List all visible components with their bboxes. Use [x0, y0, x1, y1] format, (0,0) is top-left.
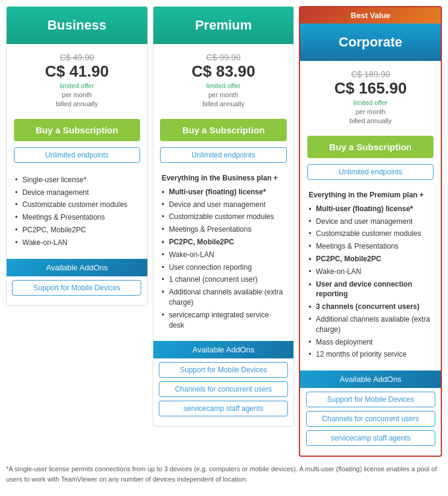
feature-item: Additional channels available (extra cha…	[309, 313, 432, 336]
plan-title-business: Business	[13, 17, 141, 33]
feature-item: Customizable customer modules	[162, 211, 286, 223]
features-section-business: Single-user license*Device managementCus…	[7, 169, 147, 253]
billing-info-premium: per monthbilled annually	[159, 91, 288, 109]
plan-pricing-business: C$ 49.90 C$ 41.90 limited offer per mont…	[7, 44, 147, 113]
plan-header-premium: Premium	[153, 7, 294, 44]
plan-card-premium: Premium C$ 99.90 C$ 83.90 limited offer …	[153, 6, 295, 427]
original-price-corporate: C$ 189.90	[306, 69, 435, 79]
feature-item: PC2PC, Mobile2PC	[15, 224, 139, 237]
best-value-banner: Best Value	[300, 7, 441, 24]
feature-item: Meetings & Presentations	[309, 240, 432, 253]
feature-item: Device and user management	[162, 199, 286, 211]
addon-button-premium-2[interactable]: servicecamp staff agents	[159, 401, 288, 416]
footnote: *A single-user license permits connectio…	[6, 464, 442, 484]
endpoints-button-business[interactable]: Unlimited endpoints	[14, 147, 140, 163]
feature-item: Customizable customer modules	[309, 227, 432, 240]
plan-title-premium: Premium	[159, 17, 288, 33]
original-price-business: C$ 49.90	[13, 52, 141, 62]
feature-item: Wake-on-LAN	[309, 265, 432, 278]
feature-item: User connection reporting	[162, 261, 286, 274]
discounted-price-premium: C$ 83.90	[159, 62, 288, 81]
addon-button-premium-0[interactable]: Support for Mobile Devices	[159, 362, 288, 378]
addons-section-business: Support for Mobile Devices	[7, 280, 147, 305]
original-price-premium: C$ 99.90	[159, 52, 288, 62]
discounted-price-business: C$ 41.90	[13, 62, 141, 81]
billing-info-business: per monthbilled annually	[13, 91, 141, 109]
feature-item: Device and user management	[309, 215, 432, 228]
feature-item: Meetings & Presentations	[162, 223, 286, 236]
addon-button-business-0[interactable]: Support for Mobile Devices	[12, 280, 141, 296]
feature-item: Multi-user (floating) license*	[309, 203, 432, 215]
features-intro-premium: Everything in the Business plan +Multi-u…	[153, 169, 294, 335]
endpoints-button-corporate[interactable]: Unlimited endpoints	[307, 164, 434, 180]
addons-header-corporate: Available AddOns	[300, 370, 441, 388]
feature-item: Device management	[15, 186, 139, 199]
feature-item: Additional channels available (extra cha…	[162, 286, 286, 309]
feature-item: 3 channels (concurrent users)	[309, 300, 432, 313]
addons-section-premium: Support for Mobile DevicesChannels for c…	[153, 362, 294, 426]
addons-section-corporate: Support for Mobile DevicesChannels for c…	[300, 392, 441, 456]
features-list-business: Single-user license*Device managementCus…	[15, 174, 139, 249]
plan-card-corporate: Best Value Corporate C$ 189.90 C$ 165.90…	[299, 6, 442, 457]
limited-offer-premium: limited offer	[159, 82, 288, 89]
feature-item: Mass deployment	[309, 336, 432, 349]
feature-item: User and device connection reporting	[309, 278, 432, 301]
feature-item: Meetings & Presentations	[15, 211, 139, 224]
feature-item: Multi-user (floating) license*	[162, 186, 286, 199]
feature-item: PC2PC, Mobile2PC	[309, 253, 432, 265]
features-intro-corporate: Everything in the Premium plan +Multi-us…	[300, 186, 441, 364]
plan-pricing-corporate: C$ 189.90 C$ 165.90 limited offer per mo…	[300, 61, 441, 130]
buy-button-premium[interactable]: Buy a Subscription	[160, 119, 286, 141]
addon-button-corporate-1[interactable]: Channels for concurrent users	[306, 411, 435, 427]
feature-item: PC2PC, Mobile2PC	[162, 236, 286, 249]
features-list-premium: Multi-user (floating) license*Device and…	[162, 186, 286, 332]
limited-offer-business: limited offer	[13, 82, 141, 89]
feature-item: 1 channel (concurrent user)	[162, 273, 286, 286]
feature-item: Customizable customer modules	[15, 199, 139, 211]
plan-pricing-premium: C$ 99.90 C$ 83.90 limited offer per mont…	[153, 44, 294, 113]
addons-header-premium: Available AddOns	[153, 341, 294, 358]
addon-button-corporate-0[interactable]: Support for Mobile Devices	[306, 392, 435, 407]
feature-item: Single-user license*	[15, 174, 139, 186]
plan-title-corporate: Corporate	[306, 34, 435, 50]
endpoints-button-premium[interactable]: Unlimited endpoints	[160, 147, 286, 163]
limited-offer-corporate: limited offer	[306, 99, 435, 106]
plan-header-business: Business	[7, 7, 147, 44]
discounted-price-corporate: C$ 165.90	[306, 79, 435, 98]
addon-button-corporate-2[interactable]: servicecamp staff agents	[306, 430, 435, 446]
feature-item: servicecamp integrated service desk	[162, 309, 286, 332]
feature-item: Wake-on-LAN	[15, 237, 139, 249]
addon-button-premium-1[interactable]: Channels for concurrent users	[159, 381, 288, 397]
plan-header-corporate: Corporate	[300, 24, 441, 61]
pricing-container: Business C$ 49.90 C$ 41.90 limited offer…	[6, 6, 442, 457]
buy-button-corporate[interactable]: Buy a Subscription	[307, 136, 434, 158]
feature-item: 12 months of priority service	[309, 348, 432, 361]
plan-card-business: Business C$ 49.90 C$ 41.90 limited offer…	[6, 6, 148, 306]
addons-header-business: Available AddOns	[7, 259, 147, 276]
billing-info-corporate: per monthbilled annually	[306, 107, 435, 126]
feature-item: Wake-on-LAN	[162, 249, 286, 261]
buy-button-business[interactable]: Buy a Subscription	[14, 119, 140, 141]
features-list-corporate: Multi-user (floating) license*Device and…	[309, 203, 432, 361]
